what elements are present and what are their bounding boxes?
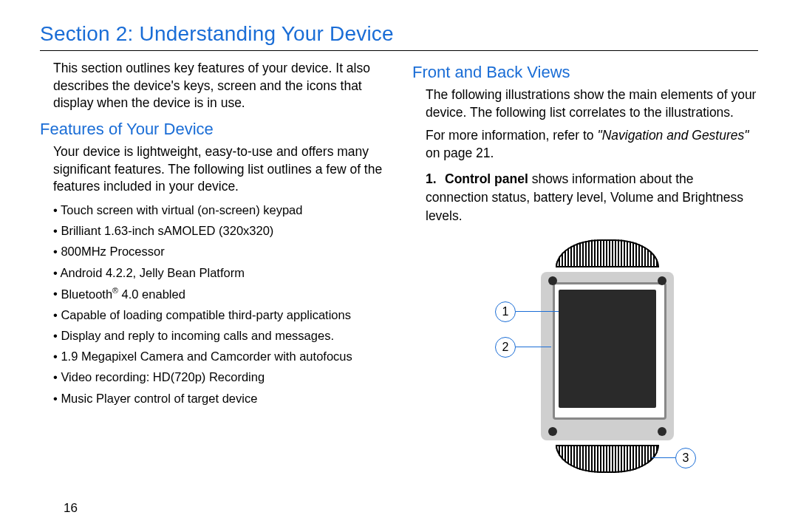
page-number: 16 bbox=[64, 501, 78, 516]
views-p1: The following illustrations show the mai… bbox=[426, 86, 758, 121]
feature-item: Touch screen with virtual (on-screen) ke… bbox=[53, 202, 386, 218]
manual-page: Section 2: Understanding Your Device Thi… bbox=[0, 0, 798, 532]
callout-description-list: 1.Control panel shows information about … bbox=[426, 170, 758, 226]
feature-item: 800MHz Processor bbox=[53, 243, 386, 259]
callout-leader bbox=[516, 347, 551, 347]
callout-1: 1 bbox=[495, 301, 516, 322]
watch-band-top bbox=[556, 239, 659, 267]
feature-item: Music Player control of target device bbox=[53, 390, 386, 406]
feature-item: Bluetooth® 4.0 enabled bbox=[53, 285, 386, 302]
device-front-illustration: 1 2 3 bbox=[452, 233, 718, 485]
callout-leader bbox=[652, 457, 675, 458]
callout-leader bbox=[516, 311, 559, 312]
views-heading: Front and Back Views bbox=[412, 63, 758, 82]
item-bold: Control panel bbox=[445, 171, 528, 186]
callout-description-item: 1.Control panel shows information about … bbox=[426, 170, 758, 226]
feature-item: Brilliant 1.63-inch sAMOLED (320x320) bbox=[53, 222, 386, 239]
p2-pre: For more information, refer to bbox=[426, 128, 597, 143]
features-list: Touch screen with virtual (on-screen) ke… bbox=[53, 202, 386, 406]
item-number: 1. bbox=[426, 170, 445, 188]
callout-2: 2 bbox=[495, 337, 516, 358]
views-p2: For more information, refer to "Navigati… bbox=[426, 127, 758, 162]
title-rule bbox=[40, 50, 758, 51]
features-heading: Features of Your Device bbox=[40, 120, 386, 139]
screw-icon bbox=[548, 276, 557, 285]
watch-screen bbox=[559, 290, 656, 408]
feature-item: 1.9 Megapixel Camera and Camcorder with … bbox=[53, 348, 386, 364]
screw-icon bbox=[548, 427, 557, 436]
right-column: Front and Back Views The following illus… bbox=[412, 60, 758, 485]
feature-item: Capable of loading compatible third-part… bbox=[53, 307, 386, 323]
cross-reference-link[interactable]: "Navigation and Gestures" bbox=[597, 128, 748, 143]
section-intro: This section outlines key features of yo… bbox=[53, 60, 386, 112]
two-column-layout: This section outlines key features of yo… bbox=[40, 60, 758, 485]
features-body: Your device is lightweight, easy-to-use … bbox=[53, 143, 386, 196]
feature-item: Android 4.2.2, Jelly Bean Platform bbox=[53, 265, 386, 281]
screw-icon bbox=[658, 427, 666, 436]
feature-item: Video recording: HD(720p) Recording bbox=[53, 369, 386, 385]
p2-post: on page 21. bbox=[426, 146, 494, 160]
registered-icon: ® bbox=[112, 286, 118, 295]
watch-band-bottom bbox=[556, 445, 659, 473]
section-title: Section 2: Understanding Your Device bbox=[40, 22, 758, 46]
feature-item: Display and reply to incoming calls and … bbox=[53, 327, 386, 344]
screw-icon bbox=[658, 276, 666, 285]
callout-3: 3 bbox=[675, 448, 696, 468]
left-column: This section outlines key features of yo… bbox=[40, 60, 386, 485]
